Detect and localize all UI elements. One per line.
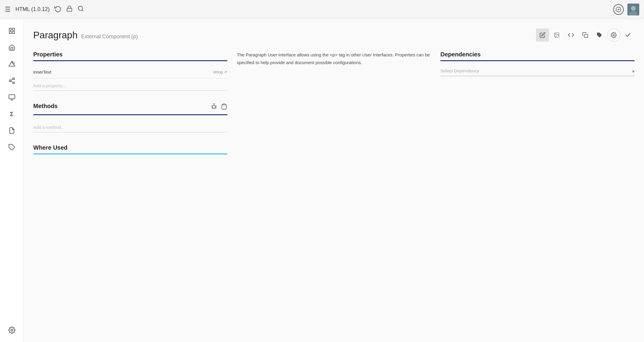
properties-divider (33, 60, 227, 61)
clipboard-icon[interactable] (221, 103, 227, 112)
svg-rect-11 (9, 31, 11, 34)
property-name: innerText (33, 69, 51, 75)
property-type-icon: ↗ (224, 70, 227, 75)
svg-point-28 (613, 34, 615, 36)
history-icon[interactable] (54, 5, 61, 14)
where-used-divider (33, 153, 227, 154)
svg-point-26 (556, 34, 556, 35)
page-subtitle: External Component (p) (81, 34, 138, 40)
where-used-title: Where Used (33, 144, 227, 151)
svg-rect-10 (12, 28, 15, 30)
svg-rect-0 (67, 8, 72, 11)
sidebar-item-grid[interactable] (5, 24, 19, 38)
search-icon[interactable] (77, 5, 84, 14)
dependencies-divider (440, 60, 635, 61)
topbar-right (613, 4, 639, 15)
app-title: HTML (1.0.12) (15, 6, 50, 12)
edit-button[interactable] (536, 28, 549, 42)
svg-point-24 (11, 329, 13, 331)
dependency-wrapper: Select Dependency (440, 66, 635, 76)
bug-icon[interactable] (211, 103, 217, 112)
methods-section: Methods (33, 103, 227, 132)
topbar-left: ☰ HTML (1.0.12) (5, 5, 613, 14)
lock-icon[interactable] (66, 5, 73, 14)
svg-point-17 (13, 82, 15, 84)
tag-button[interactable] (593, 28, 606, 42)
properties-title: Properties (33, 51, 227, 58)
left-panel: Properties innerText string ↗ Methods (33, 51, 227, 159)
sidebar-item-sigma[interactable]: Σ (5, 107, 19, 121)
sidebar-item-settings[interactable] (5, 323, 19, 337)
where-used-section: Where Used (33, 144, 227, 154)
svg-rect-12 (12, 31, 15, 34)
check-button[interactable] (621, 28, 635, 42)
svg-point-16 (9, 80, 11, 82)
topbar: ☰ HTML (1.0.12) (0, 0, 644, 19)
svg-point-29 (212, 105, 215, 108)
right-panel: Dependencies Select Dependency (440, 51, 635, 159)
methods-header: Methods (33, 103, 227, 112)
properties-section: Properties innerText string ↗ (33, 51, 227, 91)
svg-line-19 (11, 79, 13, 80)
code-button[interactable] (564, 28, 578, 42)
sidebar-item-home[interactable] (5, 40, 19, 55)
svg-point-7 (631, 6, 636, 11)
sidebar-item-puzzle[interactable] (5, 140, 19, 154)
add-button[interactable] (613, 4, 624, 15)
svg-rect-9 (9, 28, 11, 30)
methods-title: Methods (33, 103, 58, 110)
avatar[interactable] (627, 4, 639, 15)
description-text: The Paragraph User Interface allows usin… (237, 51, 431, 66)
add-property-input[interactable] (33, 81, 227, 91)
copy-button[interactable] (579, 28, 592, 42)
sidebar-item-desktop[interactable] (5, 90, 19, 104)
svg-rect-30 (223, 104, 225, 105)
settings-button[interactable] (607, 28, 620, 42)
svg-point-15 (13, 78, 15, 80)
methods-icons (211, 103, 227, 112)
svg-rect-20 (9, 95, 15, 99)
center-panel: The Paragraph User Interface allows usin… (237, 51, 431, 159)
svg-point-1 (78, 6, 83, 10)
property-row: innerText string ↗ (33, 66, 227, 78)
toolbar (536, 28, 635, 42)
svg-line-18 (11, 81, 13, 83)
methods-divider (33, 114, 227, 115)
dependency-select[interactable]: Select Dependency (440, 66, 635, 76)
main-content: Paragraph External Component (p) (24, 19, 644, 342)
dependencies-title: Dependencies (440, 51, 635, 58)
content-grid: Properties innerText string ↗ Methods (33, 51, 635, 159)
sidebar: Σ (0, 19, 24, 342)
property-type: string ↗ (213, 70, 227, 75)
page-title: Paragraph (33, 30, 77, 41)
svg-rect-27 (585, 34, 588, 38)
sidebar-item-share[interactable] (5, 74, 19, 88)
image-button[interactable] (550, 28, 563, 42)
sidebar-item-shapes[interactable] (5, 57, 19, 71)
svg-line-2 (82, 10, 83, 11)
add-method-input[interactable] (33, 122, 227, 132)
page-title-area: Paragraph External Component (p) (33, 30, 138, 41)
page-header: Paragraph External Component (p) (33, 28, 635, 42)
sidebar-item-file[interactable] (5, 124, 19, 138)
menu-icon[interactable]: ☰ (5, 6, 11, 13)
